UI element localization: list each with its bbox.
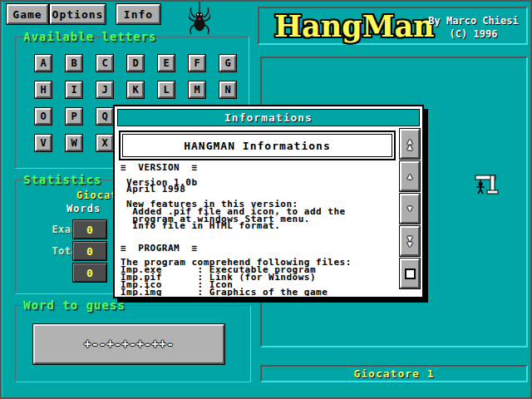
scroll-stop-button[interactable] [400, 259, 420, 288]
stat-value-total: 0 [72, 241, 107, 261]
player-bar-label: Giocatore 1 [262, 367, 526, 381]
letter-button-o[interactable]: O [35, 108, 52, 125]
letter-button-e[interactable]: E [158, 55, 175, 71]
letter-button-i[interactable]: I [66, 81, 82, 98]
informations-dialog: Informations HANGMAN Informations ≡ VERS… [113, 105, 424, 298]
letter-button-q[interactable]: Q [96, 108, 113, 125]
word-display: +--+-+-+-++- [33, 324, 224, 364]
stat-value-exact: 0 [72, 219, 107, 239]
spider-icon [189, 0, 210, 37]
arrow-up-icon: ▲ [407, 173, 412, 180]
dialog-scrollbar: ▲▲▲▼▼▼ [400, 129, 420, 296]
gallows-icon [474, 170, 500, 196]
letter-button-l[interactable]: L [158, 81, 175, 98]
letter-button-p[interactable]: P [66, 108, 82, 125]
menu-game-button[interactable]: Game [7, 4, 48, 24]
title-panel: HangMan By Marco Chiesi (C) 1996 [258, 7, 528, 45]
menu-options-button[interactable]: Options [50, 4, 106, 24]
letter-button-d[interactable]: D [127, 55, 144, 71]
letter-button-f[interactable]: F [189, 55, 205, 71]
letter-button-a[interactable]: A [35, 55, 52, 71]
letter-button-g[interactable]: G [219, 55, 236, 71]
word-to-guess-title: Word to guess [23, 298, 126, 312]
dialog-body: HANGMAN Informations ≡ VERSION ≡ Version… [117, 126, 420, 296]
letter-button-n[interactable]: N [219, 81, 236, 98]
stop-icon [405, 268, 416, 279]
letter-button-x[interactable]: X [96, 135, 113, 151]
dialog-header-box: HANGMAN Informations [119, 131, 396, 160]
scroll-double-up-button[interactable]: ▲▲ [400, 129, 420, 159]
menu-info-button[interactable]: Info [116, 4, 160, 24]
word-pattern: +--+-+-+-++- [84, 337, 174, 352]
letter-button-m[interactable]: M [189, 81, 205, 98]
dialog-header-text: HANGMAN Informations [122, 134, 392, 157]
app-copyright: (C) 1996 [421, 27, 525, 41]
scroll-down-button[interactable]: ▼ [400, 194, 420, 224]
letter-button-h[interactable]: H [35, 81, 52, 98]
dialog-title-bar: Informations [117, 109, 420, 126]
letter-button-c[interactable]: C [96, 55, 113, 71]
dialog-content: HANGMAN Informations ≡ VERSION ≡ Version… [117, 129, 397, 296]
letter-button-k[interactable]: K [127, 81, 144, 98]
letter-button-w[interactable]: W [66, 135, 82, 151]
app-credits: By Marco Chiesi (C) 1996 [421, 14, 525, 41]
stat-value-percent: 0 [72, 263, 107, 283]
arrow-down-icon: ▼ [407, 241, 412, 248]
letter-button-j[interactable]: J [96, 81, 113, 98]
screen-edge-highlight [2, 2, 2, 397]
scroll-double-down-button[interactable]: ▼▼ [400, 226, 420, 256]
letter-button-b[interactable]: B [66, 55, 82, 71]
app-title: HangMan [274, 9, 435, 43]
scroll-up-button[interactable]: ▲ [400, 161, 420, 191]
app-byline: By Marco Chiesi [421, 14, 525, 27]
arrow-up-icon: ▲ [407, 144, 412, 150]
hangman-screen: { "app": { "title": "HangMan", "byline":… [0, 0, 532, 399]
letter-button-v[interactable]: V [35, 135, 52, 151]
arrow-down-icon: ▼ [407, 205, 412, 212]
player-bar: Giocatore 1 [260, 365, 528, 382]
dialog-body-text: ≡ VERSION ≡ Version 1.0b April 1998 New … [121, 165, 397, 296]
word-to-guess-group: Word to guess +--+-+-+-++- [15, 305, 251, 382]
